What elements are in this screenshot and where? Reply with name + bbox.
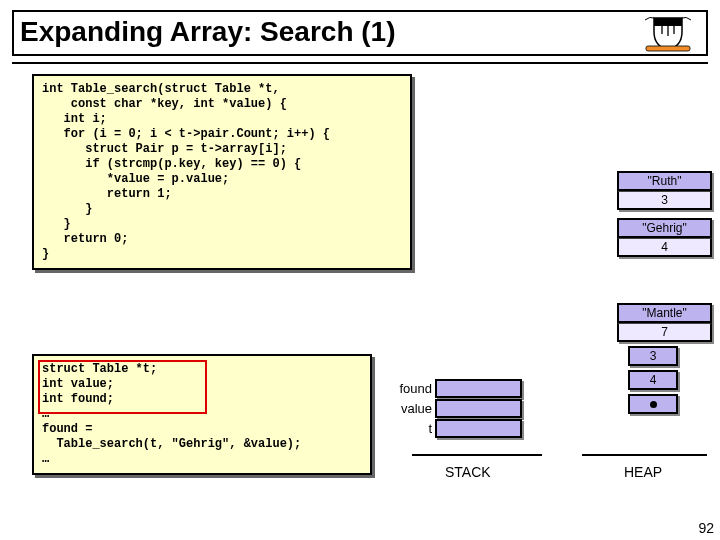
stack-frame: found value t: [382, 379, 522, 439]
heap-key: "Ruth": [617, 171, 712, 191]
princeton-shield-icon: [640, 14, 696, 54]
slide-number: 92: [698, 520, 714, 536]
heap-caption: HEAP: [624, 464, 662, 480]
slot-cell: [435, 379, 522, 398]
stack-slot-t: t: [382, 419, 522, 438]
code-decl: struct Table *t; int value; int found; …: [42, 362, 157, 421]
heap-pair-gehrig: "Gehrig" 4: [617, 218, 712, 257]
table-cell-pointer: [628, 394, 678, 414]
code-block-search-fn: int Table_search(struct Table *t, const …: [32, 74, 412, 270]
stack-baseline: [412, 454, 542, 456]
svg-rect-0: [646, 46, 690, 51]
slide-body: int Table_search(struct Table *t, const …: [12, 74, 708, 514]
heap-key: "Gehrig": [617, 218, 712, 238]
heap-val: 3: [617, 191, 712, 210]
code-call: found = Table_search(t, "Gehrig", &value…: [42, 422, 301, 466]
heap-key: "Mantle": [617, 303, 712, 323]
slot-label: value: [382, 401, 435, 416]
heap-baseline: [582, 454, 707, 456]
table-struct: 3 4: [628, 346, 678, 418]
stack-caption: STACK: [445, 464, 491, 480]
stack-slot-found: found: [382, 379, 522, 398]
slot-cell: [435, 419, 522, 438]
slide-title: Expanding Array: Search (1): [20, 16, 700, 48]
table-cell: 3: [628, 346, 678, 366]
pointer-dot-icon: [650, 401, 657, 408]
code-block-usage: struct Table *t; int value; int found; ……: [32, 354, 372, 475]
divider: [12, 62, 708, 64]
title-bar: Expanding Array: Search (1): [12, 10, 708, 56]
heap-val: 7: [617, 323, 712, 342]
table-cell: 4: [628, 370, 678, 390]
stack-slot-value: value: [382, 399, 522, 418]
heap-val: 4: [617, 238, 712, 257]
slot-label: found: [382, 381, 435, 396]
heap-pair-mantle: "Mantle" 7: [617, 303, 712, 342]
slot-label: t: [382, 421, 435, 436]
heap-pair-ruth: "Ruth" 3: [617, 171, 712, 210]
slot-cell: [435, 399, 522, 418]
